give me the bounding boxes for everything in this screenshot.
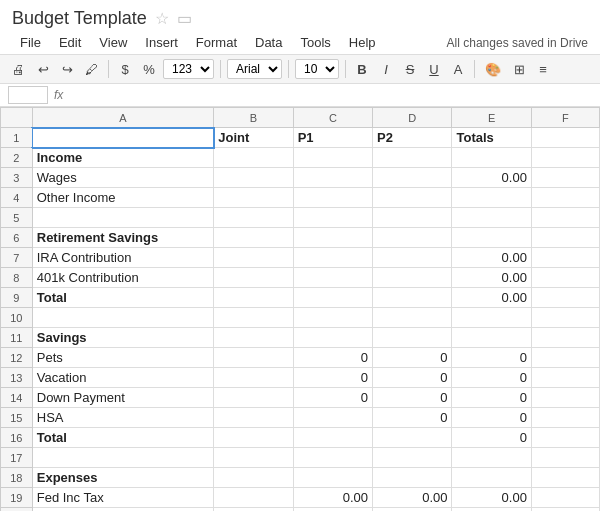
cell-a2[interactable]: Income xyxy=(32,148,214,168)
cell-c13[interactable]: 0 xyxy=(293,368,372,388)
cell-d9[interactable] xyxy=(373,288,452,308)
cell-c9[interactable] xyxy=(293,288,372,308)
cell-f12[interactable] xyxy=(531,348,599,368)
cell-d3[interactable] xyxy=(373,168,452,188)
col-header-b[interactable]: B xyxy=(214,108,293,128)
cell-b9[interactable] xyxy=(214,288,293,308)
cell-c4[interactable] xyxy=(293,188,372,208)
row-header-6[interactable]: 6 xyxy=(1,228,33,248)
cell-a11[interactable]: Savings xyxy=(32,328,214,348)
percent-btn[interactable]: % xyxy=(139,60,159,79)
star-icon[interactable]: ☆ xyxy=(155,9,169,28)
cell-d15[interactable]: 0 xyxy=(373,408,452,428)
cell-e14[interactable]: 0 xyxy=(452,388,531,408)
cell-b2[interactable] xyxy=(214,148,293,168)
formula-input[interactable] xyxy=(69,88,592,103)
row-header-11[interactable]: 11 xyxy=(1,328,33,348)
cell-e18[interactable] xyxy=(452,468,531,488)
cell-c16[interactable] xyxy=(293,428,372,448)
row-header-8[interactable]: 8 xyxy=(1,268,33,288)
strikethrough-btn[interactable]: S xyxy=(400,60,420,79)
cell-c12[interactable]: 0 xyxy=(293,348,372,368)
cell-c20[interactable]: 0.00 xyxy=(293,508,372,512)
fill-color-btn[interactable]: 🎨 xyxy=(481,60,505,79)
cell-a9[interactable]: Total xyxy=(32,288,214,308)
cell-d5[interactable] xyxy=(373,208,452,228)
row-header-17[interactable]: 17 xyxy=(1,448,33,468)
cell-e7[interactable]: 0.00 xyxy=(452,248,531,268)
row-header-16[interactable]: 16 xyxy=(1,428,33,448)
cell-e5[interactable] xyxy=(452,208,531,228)
cell-d7[interactable] xyxy=(373,248,452,268)
cell-f8[interactable] xyxy=(531,268,599,288)
cell-f10[interactable] xyxy=(531,308,599,328)
cell-c7[interactable] xyxy=(293,248,372,268)
cell-b8[interactable] xyxy=(214,268,293,288)
cell-e12[interactable]: 0 xyxy=(452,348,531,368)
row-header-14[interactable]: 14 xyxy=(1,388,33,408)
cell-a17[interactable] xyxy=(32,448,214,468)
row-header-15[interactable]: 15 xyxy=(1,408,33,428)
cell-f9[interactable] xyxy=(531,288,599,308)
cell-f20[interactable] xyxy=(531,508,599,512)
font-size-select[interactable]: 10 xyxy=(295,59,339,79)
cell-b11[interactable] xyxy=(214,328,293,348)
row-header-2[interactable]: 2 xyxy=(1,148,33,168)
cell-e20[interactable]: 0.00 xyxy=(452,508,531,512)
cell-b14[interactable] xyxy=(214,388,293,408)
menu-item-edit[interactable]: Edit xyxy=(51,33,89,52)
cell-c14[interactable]: 0 xyxy=(293,388,372,408)
cell-e6[interactable] xyxy=(452,228,531,248)
spreadsheet-container[interactable]: A B C D E F 1JointP1P2Totals2Income3Wage… xyxy=(0,107,600,511)
row-header-5[interactable]: 5 xyxy=(1,208,33,228)
cell-f2[interactable] xyxy=(531,148,599,168)
col-header-c[interactable]: C xyxy=(293,108,372,128)
cell-b16[interactable] xyxy=(214,428,293,448)
cell-f14[interactable] xyxy=(531,388,599,408)
italic-btn[interactable]: I xyxy=(376,60,396,79)
menu-item-file[interactable]: File xyxy=(12,33,49,52)
cell-e8[interactable]: 0.00 xyxy=(452,268,531,288)
row-header-12[interactable]: 12 xyxy=(1,348,33,368)
cell-b3[interactable] xyxy=(214,168,293,188)
cell-c10[interactable] xyxy=(293,308,372,328)
cell-b20[interactable] xyxy=(214,508,293,512)
cell-d1[interactable]: P2 xyxy=(373,128,452,148)
undo-btn[interactable]: ↩ xyxy=(33,60,53,79)
underline-btn[interactable]: U xyxy=(424,60,444,79)
cell-a16[interactable]: Total xyxy=(32,428,214,448)
cell-e9[interactable]: 0.00 xyxy=(452,288,531,308)
cell-d11[interactable] xyxy=(373,328,452,348)
cell-a4[interactable]: Other Income xyxy=(32,188,214,208)
cell-a1[interactable] xyxy=(32,128,214,148)
row-header-9[interactable]: 9 xyxy=(1,288,33,308)
align-btn[interactable]: ≡ xyxy=(533,60,553,79)
col-header-d[interactable]: D xyxy=(373,108,452,128)
menu-item-tools[interactable]: Tools xyxy=(292,33,338,52)
cell-a20[interactable]: Soc Sec Tax xyxy=(32,508,214,512)
paint-btn[interactable]: 🖊 xyxy=(81,60,102,79)
print-btn[interactable]: 🖨 xyxy=(8,60,29,79)
row-header-1[interactable]: 1 xyxy=(1,128,33,148)
row-header-7[interactable]: 7 xyxy=(1,248,33,268)
font-select[interactable]: Arial xyxy=(227,59,282,79)
cell-c17[interactable] xyxy=(293,448,372,468)
cell-c15[interactable] xyxy=(293,408,372,428)
cell-f19[interactable] xyxy=(531,488,599,508)
col-header-f[interactable]: F xyxy=(531,108,599,128)
folder-icon[interactable]: ▭ xyxy=(177,9,192,28)
cell-b7[interactable] xyxy=(214,248,293,268)
cell-a8[interactable]: 401k Contribution xyxy=(32,268,214,288)
text-color-btn[interactable]: A xyxy=(448,60,468,79)
cell-f6[interactable] xyxy=(531,228,599,248)
cell-d18[interactable] xyxy=(373,468,452,488)
cell-a5[interactable] xyxy=(32,208,214,228)
col-header-a[interactable]: A xyxy=(32,108,214,128)
cell-e10[interactable] xyxy=(452,308,531,328)
row-header-19[interactable]: 19 xyxy=(1,488,33,508)
cell-e3[interactable]: 0.00 xyxy=(452,168,531,188)
cell-b5[interactable] xyxy=(214,208,293,228)
cell-e13[interactable]: 0 xyxy=(452,368,531,388)
cell-d16[interactable] xyxy=(373,428,452,448)
row-header-20[interactable]: 20 xyxy=(1,508,33,512)
